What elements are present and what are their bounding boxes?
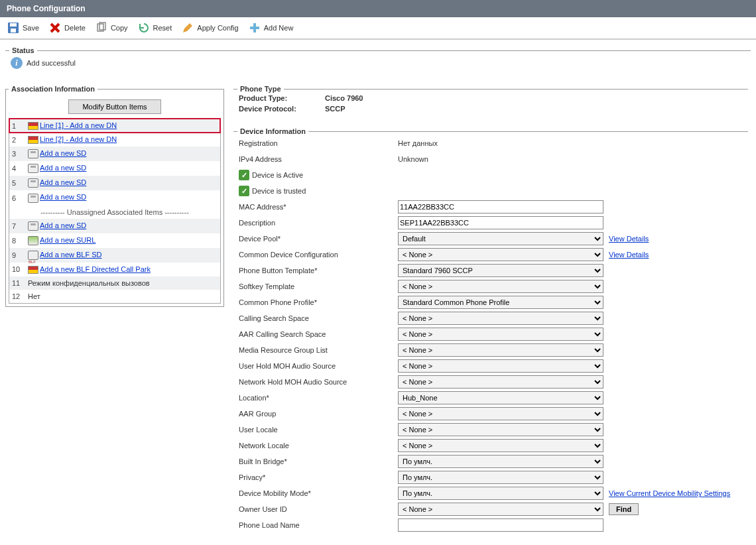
- softkey-label: Softkey Template: [239, 282, 398, 290]
- device-active-label: Device is Active: [252, 171, 303, 179]
- blf-icon: [28, 251, 38, 260]
- device-info-fieldset: Device Information RegistrationНет данны…: [233, 127, 748, 538]
- assoc-link[interactable]: Add a new SD: [40, 221, 86, 229]
- assoc-row-2[interactable]: 2Line [2] - Add a new DN: [9, 133, 220, 147]
- plus-icon: [248, 21, 261, 34]
- mac-input[interactable]: [398, 200, 603, 213]
- surl-icon: [28, 236, 38, 245]
- view-details-link[interactable]: View Details: [609, 251, 649, 259]
- apply-config-button[interactable]: Apply Config: [181, 21, 238, 34]
- copy-button[interactable]: Copy: [95, 21, 128, 34]
- aargrp-label: AAR Group: [239, 410, 398, 418]
- css-select[interactable]: < None >: [398, 312, 603, 325]
- assoc-row-6[interactable]: 6Add a new SD: [9, 190, 220, 205]
- view-mobility-link[interactable]: View Current Device Mobility Settings: [609, 489, 730, 497]
- find-button[interactable]: Find: [609, 503, 639, 515]
- assoc-link[interactable]: Add a new SD: [40, 149, 86, 157]
- assoc-link[interactable]: Add a new BLF SD: [40, 251, 102, 259]
- privacy-select[interactable]: По умлч.: [398, 471, 603, 484]
- assoc-row-4[interactable]: 4Add a new SD: [9, 161, 220, 176]
- svg-rect-2: [11, 29, 16, 32]
- assoc-row-7[interactable]: 7Add a new SD: [9, 219, 220, 233]
- assoc-row-5[interactable]: 5Add a new SD: [9, 176, 220, 190]
- assoc-link[interactable]: Line [1] - Add a new DN: [40, 121, 117, 129]
- assoc-link[interactable]: Add a new SD: [40, 193, 86, 201]
- assoc-row-12: 12Нет: [9, 290, 220, 303]
- aargrp-select[interactable]: < None >: [398, 407, 603, 420]
- modify-button-items-button[interactable]: Modify Button Items: [68, 99, 160, 114]
- nhmoh-label: Network Hold MOH Audio Source: [239, 378, 398, 386]
- view-details-link[interactable]: View Details: [609, 235, 649, 243]
- svg-rect-9: [250, 27, 259, 29]
- assoc-link[interactable]: Add a new SURL: [40, 236, 95, 244]
- mac-label: MAC Address*: [239, 203, 398, 211]
- cpp-label: Common Phone Profile*: [239, 298, 398, 306]
- assoc-row-9[interactable]: 9Add a new BLF SD: [9, 248, 220, 263]
- phone-type-legend: Phone Type: [237, 85, 284, 93]
- association-legend: Association Information: [9, 85, 97, 93]
- bib-select[interactable]: По умлч.: [398, 455, 603, 468]
- info-icon: i: [11, 57, 23, 69]
- sd-icon: [28, 194, 38, 203]
- owner-label: Owner User ID: [239, 505, 398, 513]
- mrgl-label: Media Resource Group List: [239, 346, 398, 354]
- phone-type-fieldset: Phone Type Product Type:Cisco 7960 Devic…: [233, 85, 748, 119]
- assoc-link[interactable]: Add a new SD: [40, 178, 86, 186]
- pbt-select[interactable]: Standard 7960 SCCP: [398, 264, 603, 277]
- assoc-row-3[interactable]: 3Add a new SD: [9, 147, 220, 161]
- network-locale-label: Network Locale: [239, 442, 398, 450]
- location-select[interactable]: Hub_None: [398, 391, 603, 404]
- phone-load-input[interactable]: [398, 518, 603, 532]
- association-table: 1Line [1] - Add a new DN 2Line [2] - Add…: [9, 119, 220, 303]
- cdc-select[interactable]: < None >: [398, 248, 603, 261]
- copy-icon: [95, 21, 108, 34]
- dmm-select[interactable]: По умлч.: [398, 487, 603, 500]
- cpp-select[interactable]: Standard Common Phone Profile: [398, 296, 603, 309]
- aarcss-label: AAR Calling Search Space: [239, 330, 398, 338]
- assoc-row-10[interactable]: 10Add a new BLF Directed Call Park: [9, 263, 220, 276]
- delete-icon: [48, 21, 62, 34]
- product-type-value: Cisco 7960: [325, 94, 363, 102]
- phone-load-label: Phone Load Name: [239, 521, 398, 529]
- assoc-link[interactable]: Add a new BLF Directed Call Park: [40, 265, 151, 273]
- device-pool-label: Device Pool*: [239, 235, 398, 243]
- pbt-label: Phone Button Template*: [239, 267, 398, 274]
- assoc-row-1[interactable]: 1Line [1] - Add a new DN: [9, 119, 220, 133]
- description-input[interactable]: [398, 216, 603, 229]
- save-button[interactable]: Save: [7, 21, 39, 34]
- assoc-row-8[interactable]: 8Add a new SURL: [9, 233, 220, 248]
- device-protocol-value: SCCP: [325, 105, 346, 113]
- ipv4-value: Unknown: [398, 155, 603, 163]
- owner-select[interactable]: < None >: [398, 503, 603, 516]
- css-label: Calling Search Space: [239, 314, 398, 322]
- svg-rect-1: [10, 23, 17, 27]
- user-locale-select[interactable]: < None >: [398, 423, 603, 436]
- line-icon: [28, 136, 38, 144]
- reset-icon: [137, 21, 151, 34]
- sd-icon: [28, 149, 38, 158]
- device-info-legend: Device Information: [237, 127, 308, 135]
- uhmoh-select[interactable]: < None >: [398, 359, 603, 373]
- nhmoh-select[interactable]: < None >: [398, 375, 603, 389]
- assoc-link[interactable]: Line [2] - Add a new DN: [40, 135, 117, 143]
- add-new-button[interactable]: Add New: [248, 21, 294, 34]
- delete-button[interactable]: Delete: [48, 21, 86, 34]
- pencil-icon: [181, 21, 194, 34]
- reset-button[interactable]: Reset: [137, 21, 172, 34]
- mrgl-select[interactable]: < None >: [398, 343, 603, 357]
- assoc-link[interactable]: Add a new SD: [40, 164, 86, 172]
- softkey-select[interactable]: < None >: [398, 280, 603, 293]
- uhmoh-label: User Hold MOH Audio Source: [239, 362, 398, 370]
- sd-icon: [28, 178, 38, 188]
- product-type-label: Product Type:: [239, 94, 325, 102]
- registration-value: Нет данных: [398, 139, 603, 147]
- aarcss-select[interactable]: < None >: [398, 328, 603, 341]
- device-pool-select[interactable]: Default: [398, 232, 603, 245]
- assoc-row-11: 11Режим конфиденциальных вызовов: [9, 276, 220, 290]
- line-icon: [28, 122, 38, 130]
- dmm-label: Device Mobility Mode*: [239, 489, 398, 497]
- location-label: Location*: [239, 394, 398, 402]
- cdc-label: Common Device Configuration: [239, 251, 398, 259]
- network-locale-select[interactable]: < None >: [398, 439, 603, 452]
- unassigned-separator: ---------- Unassigned Associated Items -…: [9, 206, 220, 219]
